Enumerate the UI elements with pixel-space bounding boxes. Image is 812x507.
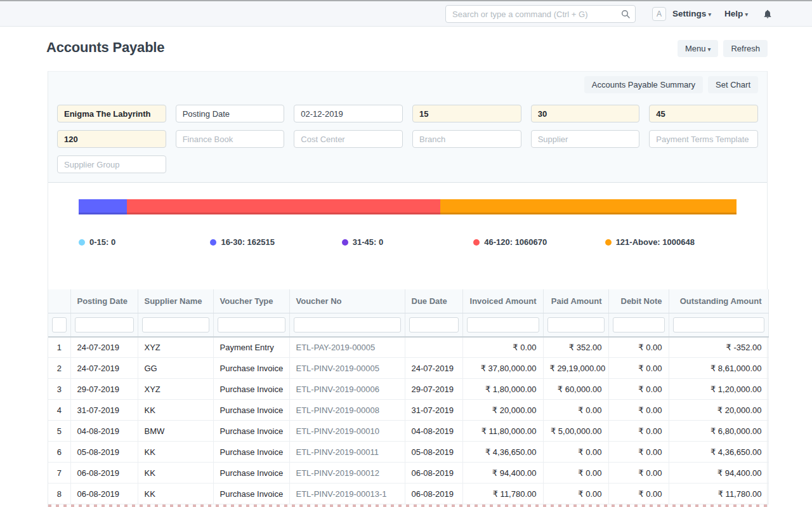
table-filter-row <box>48 313 768 337</box>
column-filter-input-paid-amount[interactable] <box>547 317 605 333</box>
cell-supplier-name: GG <box>138 358 213 379</box>
cell-posting-date: 29-07-2019 <box>70 379 138 400</box>
cell-voucher-type: Purchase Invoice <box>213 379 289 400</box>
column-filter-input-voucher-no[interactable] <box>294 317 401 333</box>
filter-cell <box>70 313 138 337</box>
column-header-voucher-no[interactable]: Voucher No <box>289 289 405 313</box>
accounts-payable-summary-button[interactable]: Accounts Payable Summary <box>584 76 703 93</box>
filter-supplier[interactable] <box>531 130 640 148</box>
settings-menu[interactable]: Settings▾ <box>672 9 711 18</box>
legend-dot-icon <box>79 239 85 246</box>
column-header-outstanding-amount[interactable]: Outstanding Amount <box>669 289 768 313</box>
cell-posting-date: 04-08-2019 <box>70 421 138 442</box>
column-filter-input-row-index[interactable] <box>52 317 67 333</box>
bar-segment-46-120 <box>127 199 441 214</box>
notifications-bell-icon[interactable] <box>763 8 773 20</box>
column-filter-input-debit-note[interactable] <box>613 317 665 333</box>
cell-posting-date: 24-07-2019 <box>70 337 138 358</box>
cell-paid-amount: ₹ 352.00 <box>543 337 608 358</box>
filter-cost-center[interactable] <box>294 130 403 148</box>
search-input[interactable] <box>445 5 636 23</box>
filter-finance-book[interactable] <box>176 130 285 148</box>
filter-45[interactable] <box>649 105 758 122</box>
filter-cell <box>462 313 543 337</box>
column-header-paid-amount[interactable]: Paid Amount <box>543 289 608 313</box>
cell-debit-note: ₹ 0.00 <box>608 442 669 463</box>
cell-row-index: 4 <box>48 400 70 421</box>
filter-120[interactable] <box>57 130 166 148</box>
voucher-link[interactable]: ETL-PINV-2019-00006 <box>289 379 405 400</box>
help-menu[interactable]: Help▾ <box>724 9 748 18</box>
column-header-debit-note[interactable]: Debit Note <box>608 289 669 313</box>
search-icon <box>620 9 631 19</box>
cell-voucher-type: Payment Entry <box>213 337 289 358</box>
cell-debit-note: ₹ 0.00 <box>608 379 669 400</box>
set-chart-button[interactable]: Set Chart <box>708 76 758 93</box>
filter-cell <box>213 313 289 337</box>
cell-supplier-name: KK <box>138 463 213 484</box>
filter-posting-date[interactable] <box>176 105 285 122</box>
filter-30[interactable] <box>531 105 640 122</box>
column-filter-input-voucher-type[interactable] <box>218 317 285 333</box>
column-header-supplier-name[interactable]: Supplier Name <box>138 289 213 313</box>
cell-supplier-name: XYZ <box>138 379 213 400</box>
cell-debit-note: ₹ 0.00 <box>608 337 669 358</box>
voucher-link[interactable]: ETL-PINV-2019-00005 <box>289 358 405 379</box>
voucher-link[interactable]: ETL-PINV-2019-00013-1 <box>289 484 405 504</box>
cell-paid-amount: ₹ 0.00 <box>543 442 608 463</box>
legend-label: 121-Above: 1000648 <box>616 237 695 247</box>
column-filter-input-posting-date[interactable] <box>75 317 134 333</box>
cell-due-date: 24-07-2019 <box>405 358 462 379</box>
cell-invoiced-amount: ₹ 37,80,000.00 <box>462 358 543 379</box>
filter-supplier-group[interactable] <box>57 155 166 173</box>
column-header-posting-date[interactable]: Posting Date <box>70 289 138 313</box>
cell-due-date: 06-08-2019 <box>405 463 462 484</box>
refresh-button[interactable]: Refresh <box>723 40 768 57</box>
filter-02-12-2019[interactable] <box>294 105 403 122</box>
column-filter-input-invoiced-amount[interactable] <box>467 317 539 333</box>
column-header-invoiced-amount[interactable]: Invoiced Amount <box>462 289 543 313</box>
voucher-link[interactable]: ETL-PINV-2019-00012 <box>289 463 405 484</box>
cell-invoiced-amount: ₹ 0.00 <box>462 337 543 358</box>
cell-due-date: 31-07-2019 <box>405 400 462 421</box>
cell-supplier-name: KK <box>138 442 213 463</box>
cell-debit-note: ₹ 0.00 <box>608 358 669 379</box>
stacked-bar <box>79 199 737 214</box>
cell-outstanding-amount: ₹ -352.00 <box>669 337 768 358</box>
filter-payment-terms-template[interactable] <box>649 130 758 148</box>
table-row: 124-07-2019XYZPayment EntryETL-PAY-2019-… <box>48 337 768 358</box>
cell-supplier-name: KK <box>138 484 213 504</box>
voucher-link[interactable]: ETL-PINV-2019-00008 <box>289 400 405 421</box>
column-header-due-date[interactable]: Due Date <box>405 289 462 313</box>
cell-posting-date: 31-07-2019 <box>70 400 138 421</box>
filter-branch[interactable] <box>412 130 521 148</box>
cell-voucher-type: Purchase Invoice <box>213 442 289 463</box>
table-row: 605-08-2019KKPurchase InvoiceETL-PINV-20… <box>48 442 768 463</box>
avatar[interactable]: A <box>652 7 666 21</box>
filter-15[interactable] <box>412 105 521 122</box>
filters-panel: Accounts Payable Summary Set Chart <box>48 71 767 183</box>
column-filter-input-outstanding-amount[interactable] <box>673 317 764 333</box>
menu-button[interactable]: Menu▾ <box>678 40 719 57</box>
legend-label: 31-45: 0 <box>353 237 383 247</box>
column-header-row-index[interactable] <box>48 289 70 313</box>
chart-legend: 0-15: 016-30: 16251531-45: 046-120: 1060… <box>79 237 737 247</box>
column-header-voucher-type[interactable]: Voucher Type <box>213 289 289 313</box>
column-filter-input-due-date[interactable] <box>409 317 459 333</box>
table-row: 329-07-2019XYZPurchase InvoiceETL-PINV-2… <box>48 379 768 400</box>
voucher-link[interactable]: ETL-PINV-2019-00010 <box>289 421 405 442</box>
chevron-down-icon: ▾ <box>745 11 748 18</box>
legend-item-121-above: 121-Above: 1000648 <box>605 237 737 247</box>
cell-voucher-type: Purchase Invoice <box>213 358 289 379</box>
filter-enigma-the-labyrinth[interactable] <box>57 105 166 122</box>
cell-row-index: 6 <box>48 442 70 463</box>
voucher-link[interactable]: ETL-PINV-2019-00011 <box>289 442 405 463</box>
cell-invoiced-amount: ₹ 4,36,650.00 <box>462 442 543 463</box>
filter-cell <box>289 313 405 337</box>
column-filter-input-supplier-name[interactable] <box>142 317 209 333</box>
clipped-next-row <box>48 504 767 507</box>
cell-posting-date: 24-07-2019 <box>70 358 138 379</box>
cell-paid-amount: ₹ 0.00 <box>543 400 608 421</box>
voucher-link[interactable]: ETL-PAY-2019-00005 <box>289 337 405 358</box>
cell-outstanding-amount: ₹ 8,61,000.00 <box>669 358 768 379</box>
